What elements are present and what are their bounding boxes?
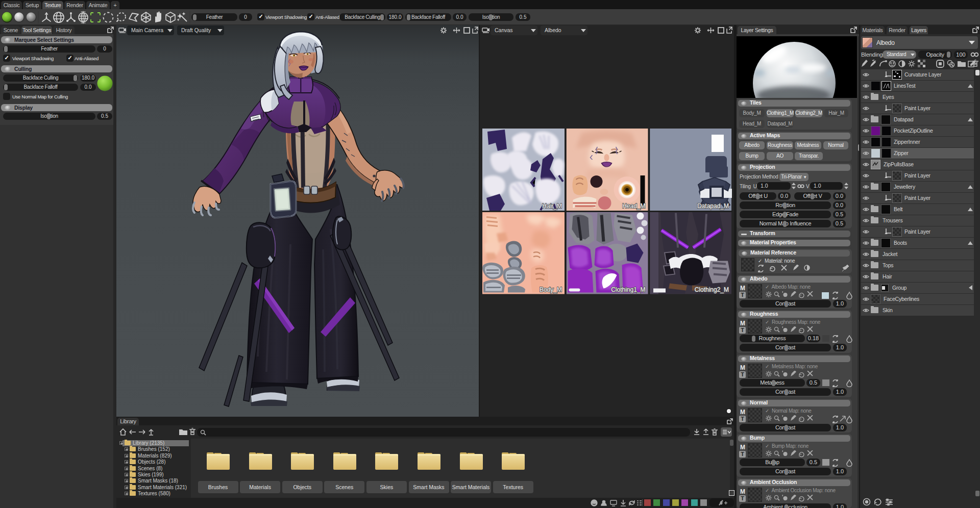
svg-text:Hair_M: Hair_M [542, 202, 562, 210]
svg-text:Clothing1_M: Clothing1_M [611, 286, 645, 293]
svg-text:Clothing2_M: Clothing2_M [695, 286, 729, 293]
svg-text:Body_M: Body_M [540, 286, 562, 293]
svg-text:Head_M: Head_M [622, 202, 645, 210]
svg-text:Datapad_M: Datapad_M [697, 202, 729, 210]
